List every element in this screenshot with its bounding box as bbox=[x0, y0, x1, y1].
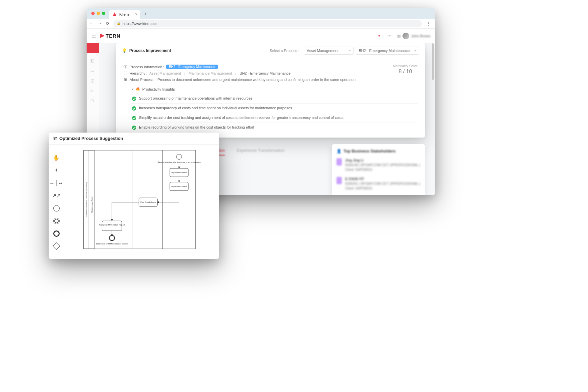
bpmn-palette: ✋ ⌖ ↔┆↔ ↗↗ bbox=[49, 145, 64, 258]
person-icon: 👤 bbox=[336, 149, 341, 154]
close-window-icon[interactable] bbox=[91, 12, 95, 15]
logo-text: TERN bbox=[106, 33, 121, 39]
chevron-down-icon: ▾ bbox=[414, 49, 416, 52]
select2-value: BH2 - Emergency Maintenance bbox=[359, 49, 410, 53]
svg-text:I Want to Resolve a Problem (B: I Want to Resolve a Problem (Business) bbox=[86, 182, 88, 217]
tab-title: KTern bbox=[119, 12, 129, 16]
lasso-tool-icon[interactable]: ⌖ bbox=[53, 167, 60, 174]
check-icon bbox=[132, 97, 136, 101]
optimized-process-card: ⇄ Optimized Process Suggestion ✋ ⌖ ↔┆↔ ↗… bbox=[49, 133, 219, 259]
back-icon[interactable]: ← bbox=[89, 21, 94, 26]
window-controls[interactable] bbox=[89, 12, 107, 15]
process-info-label: Process Information : bbox=[130, 65, 164, 69]
calendar-icon[interactable]: ▦ bbox=[396, 33, 402, 39]
process-select-2[interactable]: BH2 - Emergency Maintenance ▾ bbox=[356, 47, 419, 55]
check-icon bbox=[132, 106, 136, 111]
stakeholders-title: Top Business Stakeholders bbox=[343, 149, 396, 154]
scrollbar-thumb[interactable] bbox=[432, 43, 434, 80]
breadcrumb-1[interactable]: Maintenance Management bbox=[189, 71, 232, 75]
chevron-down-icon: ▾ bbox=[349, 49, 351, 52]
forward-icon[interactable]: → bbox=[97, 21, 102, 26]
check-icon bbox=[132, 116, 136, 120]
logo-mark-icon bbox=[100, 34, 105, 38]
bpmn-title: Optimized Process Suggestion bbox=[59, 136, 123, 141]
card-title: Process Improvement bbox=[129, 48, 171, 53]
bulb-icon: 💡 bbox=[122, 48, 127, 53]
notification-icon[interactable]: ✦ bbox=[376, 33, 382, 39]
scrollbar[interactable] bbox=[432, 43, 434, 195]
sidebar-item-5[interactable]: ◻ bbox=[90, 98, 96, 103]
bpmn-canvas[interactable]: I Want to Resolve a Problem (Business) M… bbox=[64, 145, 219, 258]
hierarchy-label: Hierarchy : bbox=[130, 71, 147, 75]
browser-menu-icon[interactable]: ⋮ bbox=[425, 21, 432, 26]
svg-text:Settlement of M Maintenance Or: Settlement of M Maintenance Orders bbox=[96, 243, 128, 245]
refresh-icon[interactable]: ⟳ bbox=[386, 33, 392, 39]
reload-icon[interactable]: ⟳ bbox=[105, 21, 110, 26]
avatar[interactable] bbox=[402, 33, 409, 39]
insights-list: Support processing of maintenance operat… bbox=[123, 94, 418, 132]
collapse-toggle[interactable]: ▾ bbox=[132, 88, 134, 91]
process-pill: BH2 - Emergency Maintenance bbox=[166, 65, 218, 69]
stakeholder-item[interactable]: E CHUN YIT8200261 | MYSAP.COM CET; II/PR… bbox=[336, 177, 420, 191]
tab-experience-transformation[interactable]: Experience Transformation bbox=[237, 148, 285, 156]
insight-item: Simplify actual order cost-tracking and … bbox=[132, 113, 418, 123]
svg-point-18 bbox=[109, 235, 115, 241]
url-input[interactable]: 🔒 https://www.ktern.com bbox=[113, 20, 422, 27]
url-text: https://www.ktern.com bbox=[123, 22, 159, 26]
flame-icon: 🔥 bbox=[136, 87, 140, 91]
process-improvement-card: 💡 Process Improvement Select a Process :… bbox=[116, 43, 425, 138]
svg-text:Repair Malfunction: Repair Malfunction bbox=[171, 186, 187, 188]
svg-text:Maintenance Tech.: Maintenance Tech. bbox=[91, 196, 93, 213]
insights-title: Productivity Insights bbox=[142, 87, 175, 91]
avatar bbox=[336, 177, 342, 184]
svg-text:Post Goods Issue: Post Goods Issue bbox=[140, 201, 156, 203]
address-bar: ← → ⟳ 🔒 https://www.ktern.com ⋮ bbox=[87, 19, 435, 29]
about-icon: ▣ bbox=[123, 77, 128, 82]
avatar bbox=[336, 158, 342, 166]
hamburger-icon[interactable]: ☰ bbox=[91, 33, 96, 39]
browser-tab[interactable]: KTern × bbox=[109, 10, 140, 19]
sidebar-item-4[interactable]: ⌾ bbox=[90, 88, 96, 93]
svg-point-8 bbox=[177, 154, 182, 160]
end-event-tool[interactable] bbox=[53, 230, 60, 237]
insight-item: Increases transparency of costs and time… bbox=[132, 103, 418, 113]
lock-icon: 🔒 bbox=[117, 22, 121, 25]
materiality-value: 8 / 10 bbox=[393, 69, 418, 75]
space-tool-icon[interactable]: ↔┆↔ bbox=[53, 179, 60, 187]
intermediate-event-tool[interactable] bbox=[53, 217, 60, 224]
sidebar-item-1[interactable]: ◧ bbox=[90, 58, 96, 63]
breadcrumb-0[interactable]: Asset Management bbox=[149, 71, 181, 75]
check-icon bbox=[132, 126, 136, 130]
flow-icon: ⇄ bbox=[53, 136, 57, 141]
about-label: About Process : bbox=[130, 78, 156, 82]
insight-item: Enable recording of working times on the… bbox=[132, 123, 418, 132]
select-label: Select a Process : bbox=[270, 49, 299, 53]
logo[interactable]: TERN bbox=[100, 33, 121, 39]
user-name: John Brown bbox=[411, 34, 430, 38]
svg-text:Complete Malfunction Report: Complete Malfunction Report bbox=[99, 224, 125, 226]
maximize-window-icon[interactable] bbox=[102, 12, 105, 15]
process-select-1[interactable]: Asset Management ▾ bbox=[304, 47, 354, 55]
minimize-window-icon[interactable] bbox=[97, 12, 100, 15]
sidebar-item-2[interactable]: ▭ bbox=[90, 68, 96, 73]
app-header: ☰ TERN ✦ ⟳ ▦ John Brown bbox=[87, 29, 435, 43]
start-event-tool[interactable] bbox=[53, 204, 60, 212]
stakeholder-item[interactable]: Jing Jing Li8200140 | MYSAP.COM CET; II/… bbox=[336, 158, 420, 172]
hand-tool-icon[interactable]: ✋ bbox=[53, 154, 60, 161]
hierarchy-icon: ⛶ bbox=[123, 71, 128, 75]
close-tab-icon[interactable]: × bbox=[135, 12, 138, 17]
sidebar-item-3[interactable]: ◫ bbox=[90, 78, 96, 83]
sidebar-item-active[interactable] bbox=[87, 43, 99, 53]
stakeholders-card: 👤Top Business Stakeholders Jing Jing Li8… bbox=[332, 144, 425, 195]
gateway-tool[interactable] bbox=[53, 242, 60, 250]
materiality-label: Materiality Score bbox=[393, 64, 418, 68]
materiality-score: Materiality Score 8 / 10 bbox=[393, 64, 418, 75]
info-icon: ⓘ bbox=[123, 64, 128, 69]
select1-value: Asset Management bbox=[307, 49, 338, 53]
svg-text:Report Malfunction: Report Malfunction bbox=[171, 172, 188, 174]
new-tab-button[interactable]: + bbox=[144, 11, 147, 16]
tab-favicon-icon bbox=[113, 12, 117, 16]
browser-tab-bar: KTern × + bbox=[87, 8, 435, 19]
breadcrumb-2: BH2 - Emergency Maintenance bbox=[240, 71, 291, 75]
connect-tool-icon[interactable]: ↗↗ bbox=[53, 192, 60, 199]
